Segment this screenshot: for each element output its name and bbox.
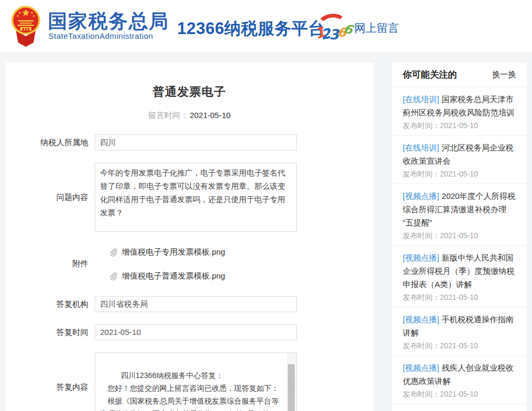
recommendations-sidebar: 你可能关注的 换一换 [在线培训]国家税务总局天津市蓟州区税务局税收风险防范培训… — [392, 63, 527, 411]
sidebar-item[interactable]: [在线培训]国家税务总局天津市蓟州区税务局税收风险防范培训 发布时间：2021-… — [392, 87, 527, 136]
attachment-name: 增值税电子普通发票模板.png — [122, 271, 225, 281]
org-name-cn: 国家税务总局 — [48, 9, 169, 35]
paperclip-icon — [110, 248, 118, 256]
item-date: 2021-05-10 — [440, 341, 478, 350]
item-date: 2021-05-10 — [440, 293, 478, 301]
post-time-label: 留言时间： — [148, 111, 188, 120]
post-title: 普通发票电子 — [5, 63, 373, 100]
attachment-item[interactable]: 增值税电子普通发票模板.png — [95, 268, 297, 284]
region-input[interactable]: 四川 — [95, 135, 297, 150]
item-date-label: 发布时间： — [403, 341, 440, 350]
form-row-attachments: 附件 增值税电子专用发票模板.png 增值税电子普通发票模板.png — [5, 244, 373, 284]
item-date-label: 发布时间： — [403, 121, 440, 130]
item-date: 2021-05-10 — [440, 231, 478, 240]
item-tag: [在线培训] — [403, 95, 439, 104]
item-tag: [视频点播] — [403, 191, 439, 200]
sidebar-header: 你可能关注的 换一换 — [392, 63, 527, 87]
form-row-region: 纳税人所属地 四川 — [5, 135, 373, 150]
question-textarea[interactable]: 今年的专用发票电子化推广，电子专票采用电子签名代替了印章，即电子专票可以没有发票… — [95, 163, 297, 232]
form-row-reply-content: 答复内容 四川12366纳税服务中心答复： 您好！您提交的网上留言咨询已收悉，现… — [5, 353, 373, 411]
national-emblem-icon — [11, 4, 41, 49]
item-date: 2021-05-10 — [440, 170, 478, 178]
message-form: 纳税人所属地 四川 问题内容 今年的专用发票电子化推广，电子专票采用电子签名代替… — [5, 135, 373, 411]
scrollbar[interactable] — [287, 354, 296, 411]
sidebar-item[interactable]: [视频点播]2020年度个人所得税综合所得汇算清缴退补税办理“五提醒” 发布时间… — [392, 184, 527, 246]
reply-org-input[interactable]: 四川省税务局 — [95, 296, 297, 312]
form-row-reply-org: 答复机构 四川省税务局 — [5, 296, 373, 312]
post-time-value: 2021-05-10 — [190, 111, 231, 120]
reply-content-textarea[interactable]: 四川12366纳税服务中心答复： 您好！您提交的网上留言咨询已收悉，现答复如下：… — [95, 353, 297, 411]
post-meta: 留言时间：2021-05-10 — [5, 111, 373, 121]
item-date-label: 发布时间： — [403, 170, 440, 178]
item-tag: [视频点播] — [403, 315, 439, 324]
sidebar-title: 你可能关注的 — [403, 69, 457, 81]
item-date: 2021-05-10 — [440, 121, 478, 130]
hotline-12366-logo-icon: 1 2 3 6 6 — [314, 13, 352, 46]
item-date: 2021-05-10 — [440, 390, 478, 398]
item-tag: [在线培训] — [403, 143, 439, 152]
attachment-name: 增值税电子专用发票模板.png — [122, 247, 225, 257]
item-tag: [视频点播] — [403, 363, 439, 372]
reply-time-label: 答复时间 — [5, 328, 95, 338]
scrollbar-thumb[interactable] — [288, 364, 295, 411]
sidebar-item[interactable]: [视频点播]新版中华人民共和国企业所得税月（季）度预缴纳税申报表（A类）讲解 发… — [392, 246, 527, 307]
item-date-label: 发布时间： — [403, 390, 440, 398]
org-name-en: StateTaxationAdministration — [48, 31, 153, 40]
platform-title: 12366纳税服务平台 — [177, 18, 325, 40]
site-header: 国家税务总局 StateTaxationAdministration 12366… — [0, 0, 532, 52]
item-tag: [视频点播] — [403, 253, 439, 262]
item-date-label: 发布时间： — [403, 293, 440, 301]
attachment-item[interactable]: 增值税电子专用发票模板.png — [95, 244, 297, 260]
attachments-label: 附件 — [5, 259, 95, 269]
paperclip-icon — [110, 272, 118, 280]
reply-time-input[interactable]: 2021-05-10 — [95, 324, 297, 340]
sidebar-item[interactable]: [视频点播]手机税税通操作指南讲解 发布时间：2021-05-10 — [392, 307, 527, 356]
sidebar-item[interactable]: [视频点播]残疾人创业就业税收优惠政策讲解 发布时间：2021-05-10 — [392, 356, 527, 404]
page-background: 普通发票电子 留言时间：2021-05-10 纳税人所属地 四川 问题内容 今年… — [0, 52, 532, 411]
question-label: 问题内容 — [5, 192, 95, 203]
sidebar-item[interactable]: [在线培训]河北区税务局企业税收政策宣讲会 发布时间：2021-05-10 — [392, 136, 527, 184]
item-date-label: 发布时间： — [403, 231, 440, 240]
message-detail-card: 普通发票电子 留言时间：2021-05-10 纳税人所属地 四川 问题内容 今年… — [5, 63, 373, 411]
attachments-list: 增值税电子专用发票模板.png 增值税电子普通发票模板.png — [95, 244, 297, 284]
form-row-reply-time: 答复时间 2021-05-10 — [5, 324, 373, 340]
sidebar-item[interactable]: [视频点播]留抵抵欠税政策及办理方式讲解 — [392, 404, 527, 411]
reply-org-label: 答复机构 — [5, 299, 95, 309]
region-label: 纳税人所属地 — [5, 138, 95, 148]
refresh-button[interactable]: 换一换 — [492, 70, 516, 80]
reply-content-text: 四川12366纳税服务中心答复： 您好！您提交的网上留言咨询已收悉，现答复如下：… — [100, 371, 279, 411]
nav-online-message-link[interactable]: 网上留言 — [354, 21, 399, 36]
form-row-question: 问题内容 今年的专用发票电子化推广，电子专票采用电子签名代替了印章，即电子专票可… — [5, 163, 373, 232]
reply-content-label: 答复内容 — [5, 382, 95, 392]
